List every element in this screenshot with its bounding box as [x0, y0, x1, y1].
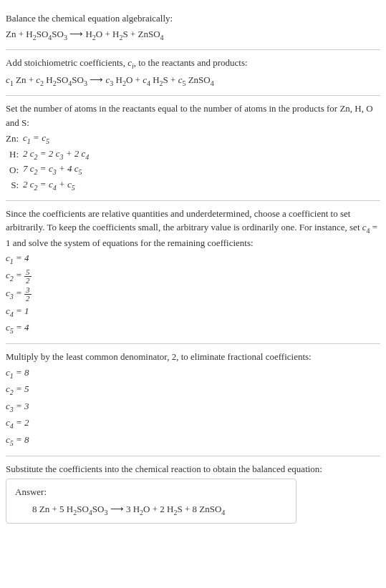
- stoich-text: Add stoichiometric coefficients, ci, to …: [6, 56, 380, 72]
- section-atoms: Set the number of atoms in the reactants…: [6, 96, 380, 200]
- multiply-text: Multiply by the least common denominator…: [6, 350, 380, 364]
- section-problem: Balance the chemical equation algebraica…: [6, 6, 380, 50]
- answer-box: Answer: 8 Zn + 5 H2SO4SO3 ⟶ 3 H2O + 2 H2…: [6, 479, 296, 524]
- coef-c5: c5 = 8: [6, 433, 380, 449]
- atoms-table: Zn: c1 = c5 H: 2 c2 = 2 c3 + 2 c4 O: 7 c…: [6, 131, 93, 192]
- stoich-equation: c1 Zn + c2 H2SO4SO3 ⟶ c3 H2O + c4 H2S + …: [6, 73, 380, 89]
- stoich-text-a: Add stoichiometric coefficients,: [6, 57, 127, 68]
- solve-text-c: and solve the system of equations for th…: [11, 237, 254, 248]
- atom-label: H:: [6, 147, 23, 162]
- coef-c2: c2 = 52: [6, 268, 380, 285]
- solve-text: Since the coefficients are relative quan…: [6, 207, 380, 250]
- atom-label: S:: [6, 177, 23, 193]
- section-substitute: Substitute the coefficients into the che…: [6, 456, 380, 530]
- section-multiply: Multiply by the least common denominator…: [6, 344, 380, 456]
- coef-c3: c3 = 32: [6, 286, 380, 303]
- coef-c4: c4 = 2: [6, 416, 380, 431]
- problem-text: Balance the chemical equation algebraica…: [6, 11, 380, 26]
- atom-label: Zn:: [6, 131, 23, 147]
- table-row: O: 7 c2 = c3 + 4 c5: [6, 162, 93, 177]
- unbalanced-equation: Zn + H2SO4SO3 ⟶ H2O + H2S + ZnSO4: [6, 27, 380, 43]
- atom-eq: c1 = c5: [23, 131, 93, 147]
- stoich-text-d: , to the reactants and products:: [134, 57, 248, 68]
- substitute-text: Substitute the coefficients into the che…: [6, 462, 380, 476]
- coef-c5: c5 = 4: [6, 320, 380, 336]
- answer-label: Answer:: [15, 485, 287, 499]
- table-row: H: 2 c2 = 2 c3 + 2 c4: [6, 147, 93, 162]
- section-solve: Since the coefficients are relative quan…: [6, 201, 380, 344]
- atom-label: O:: [6, 162, 23, 177]
- frac-den: 2: [24, 277, 32, 285]
- coef-c1: c1 = 8: [6, 366, 380, 381]
- solve-text-a: Since the coefficients are relative quan…: [6, 208, 362, 233]
- frac-den: 2: [24, 295, 32, 303]
- atoms-text: Set the number of atoms in the reactants…: [6, 102, 380, 129]
- coef-c2: c2 = 5: [6, 382, 380, 398]
- atom-eq: 7 c2 = c3 + 4 c5: [23, 162, 93, 177]
- atom-eq: 2 c2 = 2 c3 + 2 c4: [23, 147, 93, 162]
- section-stoichiometric: Add stoichiometric coefficients, ci, to …: [6, 50, 380, 96]
- atom-eq: 2 c2 = c4 + c5: [23, 177, 93, 193]
- coef-c3: c3 = 3: [6, 399, 380, 415]
- coef-c4: c4 = 1: [6, 304, 380, 320]
- balanced-equation: 8 Zn + 5 H2SO4SO3 ⟶ 3 H2O + 2 H2S + 8 Zn…: [15, 502, 287, 518]
- coef-c1: c1 = 4: [6, 251, 380, 267]
- table-row: Zn: c1 = c5: [6, 131, 93, 147]
- table-row: S: 2 c2 = c4 + c5: [6, 177, 93, 193]
